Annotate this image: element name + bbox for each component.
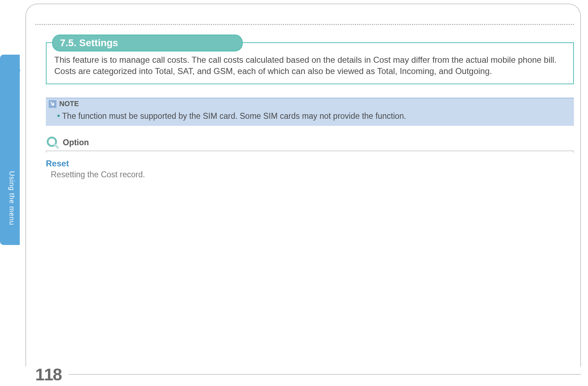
option-label: Option [63,138,89,147]
bullet-icon: • [57,111,60,121]
magnifier-icon [46,136,59,149]
option-rule [46,151,574,153]
reset-description: Resetting the Cost record. [51,170,145,179]
reset-title: Reset [46,159,145,169]
note-text: The function must be supported by the SI… [62,111,406,121]
section-heading-text: 7.5. Settings [60,37,118,48]
side-tab-label: Using the menu [8,171,16,225]
section-heading-pill: 7.5. Settings [52,35,243,51]
page-number: 118 [35,365,61,384]
section-body-text: This feature is to manage call costs. Th… [54,54,565,77]
bottom-rule [69,374,581,375]
note-label: NOTE [59,100,79,108]
reset-block: Reset Resetting the Cost record. [46,159,145,179]
option-row: Option [46,136,574,149]
side-tab: Using the menu [0,55,20,245]
note-header: NOTE [46,98,574,109]
dotted-divider [35,24,574,25]
arrow-down-right-icon [49,100,56,108]
svg-line-1 [55,145,58,148]
note-body: •The function must be supported by the S… [46,109,574,126]
note-box: NOTE •The function must be supported by … [46,98,574,126]
